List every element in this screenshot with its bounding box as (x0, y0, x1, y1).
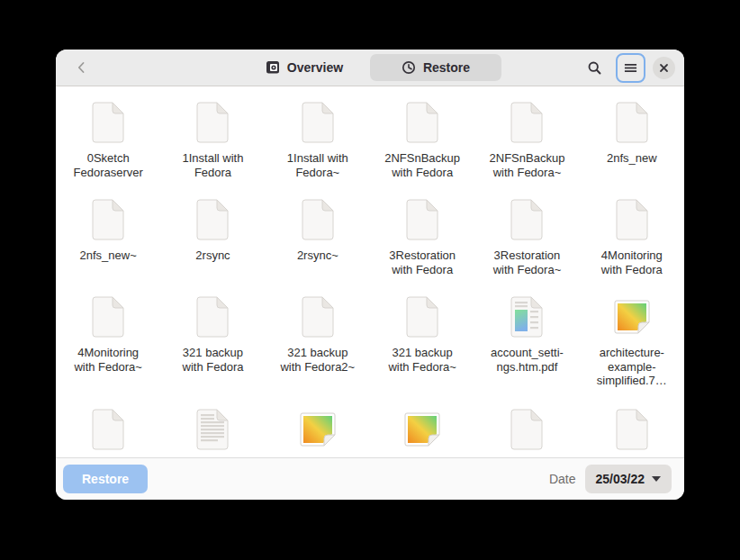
image-file-icon (401, 408, 444, 451)
file-grid-row (56, 408, 684, 457)
file-item[interactable]: account_setti- ngs.htm.pdf (476, 295, 577, 388)
blank-document-icon (296, 295, 339, 339)
file-item[interactable]: 1Install with Fedora~ (267, 101, 368, 179)
file-item[interactable]: 2NFSnBackup with Fedora (372, 101, 473, 179)
search-button[interactable] (580, 53, 609, 82)
file-item[interactable] (476, 408, 577, 457)
chevron-left-icon (75, 60, 89, 75)
date-dropdown[interactable]: 25/03/22 (585, 465, 672, 493)
file-item[interactable]: architecture- example- simplified.7… (582, 295, 682, 388)
file-item[interactable]: 3Restoration with Fedora (372, 198, 473, 276)
close-icon (659, 63, 669, 73)
blank-document-icon (191, 101, 234, 144)
file-label: 2rsync (195, 248, 230, 263)
view-switcher: Overview Restore (239, 54, 501, 81)
file-item[interactable]: 2nfs_new (582, 101, 682, 179)
main-menu-button[interactable] (616, 53, 645, 83)
hamburger-menu-icon (624, 61, 637, 75)
action-bar: Restore Date 25/03/22 (56, 457, 684, 500)
file-item[interactable]: 2nfs_new~ (58, 198, 158, 276)
file-item[interactable] (267, 408, 368, 457)
blank-document-icon (610, 101, 654, 144)
file-label: 0Sketch Fedoraserver (74, 151, 143, 179)
date-value: 25/03/22 (596, 472, 645, 486)
tab-overview-label: Overview (287, 60, 343, 75)
file-label: 2nfs_new (607, 151, 657, 166)
blank-document-icon (296, 198, 339, 241)
file-label: 321 backup with Fedora~ (388, 346, 456, 374)
file-label: 4Monitoring with Fedora (601, 248, 663, 276)
blank-document-icon (505, 408, 548, 451)
blank-document-icon (505, 101, 548, 144)
file-grid-row: 4Monitoring with Fedora~ 321 backup with… (56, 295, 684, 388)
search-icon (587, 60, 602, 76)
file-item[interactable]: 0Sketch Fedoraserver (58, 101, 158, 179)
clock-icon (402, 60, 416, 75)
image-file-icon (610, 295, 654, 339)
file-item[interactable]: 4Monitoring with Fedora (582, 198, 682, 276)
blank-document-icon (401, 198, 444, 241)
backups-app-window: Overview Restore (56, 50, 684, 500)
file-grid-row: 0Sketch Fedoraserver 1Install with Fedor… (56, 101, 684, 179)
header-bar: Overview Restore (56, 50, 684, 86)
dropdown-arrow-icon (652, 476, 661, 482)
blank-document-icon (86, 198, 130, 241)
blank-document-icon (610, 408, 654, 451)
file-item[interactable] (372, 408, 473, 457)
blank-document-icon (191, 295, 234, 339)
file-item[interactable] (58, 408, 158, 457)
file-label: 321 backup with Fedora (183, 346, 244, 374)
restore-button[interactable]: Restore (63, 465, 148, 493)
text-document-icon (191, 408, 234, 451)
file-label: 2nfs_new~ (80, 248, 137, 263)
blank-document-icon (401, 101, 444, 144)
file-item[interactable]: 4Monitoring with Fedora~ (58, 295, 158, 388)
tab-restore-label: Restore (423, 60, 470, 75)
file-label: 321 backup with Fedora2~ (280, 346, 355, 374)
blank-document-icon (86, 295, 130, 339)
blank-document-icon (86, 408, 130, 451)
blank-document-icon (505, 198, 548, 241)
blank-document-icon (86, 101, 130, 144)
tab-overview[interactable]: Overview (239, 54, 370, 81)
file-item[interactable]: 321 backup with Fedora2~ (267, 295, 368, 388)
file-item[interactable] (582, 408, 682, 457)
file-item[interactable]: 2rsync~ (267, 198, 368, 276)
window-close-button[interactable] (653, 57, 675, 79)
date-label: Date (549, 472, 576, 486)
file-label: 2NFSnBackup with Fedora~ (490, 151, 565, 179)
blank-document-icon (610, 198, 654, 241)
tab-restore[interactable]: Restore (370, 54, 501, 81)
file-item[interactable]: 2rsync (162, 198, 263, 276)
file-item[interactable]: 2NFSnBackup with Fedora~ (476, 101, 577, 179)
back-button[interactable] (68, 54, 95, 81)
pdf-document-icon (505, 295, 548, 339)
file-item[interactable]: 1Install with Fedora (162, 101, 263, 179)
blank-document-icon (191, 198, 234, 241)
file-item[interactable]: 321 backup with Fedora (162, 295, 263, 388)
blank-document-icon (296, 101, 339, 144)
file-label: account_setti- ngs.htm.pdf (491, 346, 564, 374)
file-label: 4Monitoring with Fedora~ (74, 346, 142, 374)
file-label: 1Install with Fedora (183, 151, 244, 179)
file-label: 3Restoration with Fedora (389, 248, 456, 276)
file-grid-row: 2nfs_new~ 2rsync 2rsync~ 3Restoration wi… (56, 198, 684, 276)
file-item[interactable] (162, 408, 263, 457)
blank-document-icon (401, 295, 444, 339)
file-label: 2NFSnBackup with Fedora (384, 151, 460, 179)
safe-icon (266, 60, 280, 75)
file-label: 1Install with Fedora~ (287, 151, 348, 179)
file-label: 3Restoration with Fedora~ (493, 248, 562, 276)
file-label: 2rsync~ (297, 248, 338, 263)
file-item[interactable]: 3Restoration with Fedora~ (476, 198, 577, 276)
file-label: architecture- example- simplified.7… (597, 346, 667, 388)
image-file-icon (296, 408, 339, 451)
restore-file-grid: 0Sketch Fedoraserver 1Install with Fedor… (56, 86, 684, 457)
file-item[interactable]: 321 backup with Fedora~ (372, 295, 473, 388)
